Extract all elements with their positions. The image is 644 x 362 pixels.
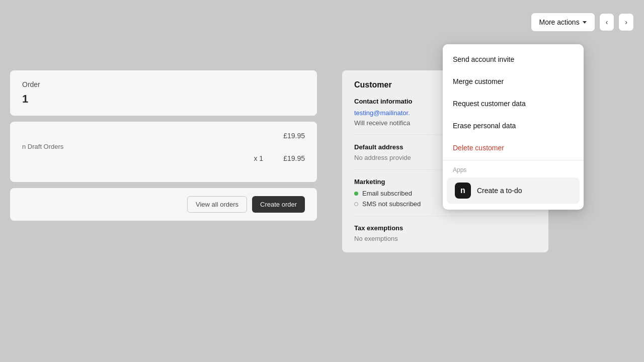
send-account-invite-label: Send account invite — [453, 55, 514, 63]
sms-not-subscribed-label: SMS not subscribed — [362, 200, 421, 208]
top-bar: More actions ‹ › — [0, 0, 644, 44]
qty-price-row: x 1 £19.95 — [22, 154, 305, 162]
order-title: Order — [22, 80, 40, 88]
create-todo-icon: n — [455, 183, 471, 199]
dropdown-menu: Send account invite Merge customer Reque… — [443, 44, 584, 210]
more-actions-button[interactable]: More actions — [531, 13, 595, 32]
apps-section-label: Apps — [443, 161, 584, 175]
tax-value: No exemptions — [354, 235, 536, 242]
price-row: £19.95 — [22, 132, 305, 140]
create-todo-label: Create a to-do — [477, 187, 522, 195]
sms-not-subscribed-dot — [354, 202, 358, 206]
card-actions: View all orders Create order — [10, 188, 317, 221]
delete-customer-item[interactable]: Delete customer — [443, 137, 584, 159]
tax-label: Tax exemptions — [354, 224, 536, 232]
qty-label: x 1 — [254, 154, 263, 162]
total-value: £19.95 — [283, 154, 305, 162]
order-number: 1 — [22, 93, 305, 106]
create-todo-item[interactable]: n Create a to-do — [447, 177, 580, 204]
next-button[interactable]: › — [618, 13, 634, 31]
merge-customer-label: Merge customer — [453, 77, 504, 85]
chevron-down-icon — [583, 21, 587, 24]
divider-3 — [354, 216, 536, 216]
prev-button[interactable]: ‹ — [599, 13, 615, 31]
email-subscribed-label: Email subscribed — [362, 190, 412, 197]
more-actions-label: More actions — [539, 18, 580, 26]
price-card: £19.95 n Draft Orders x 1 £19.95 — [10, 122, 317, 182]
erase-personal-data-item[interactable]: Erase personal data — [443, 115, 584, 137]
request-customer-data-label: Request customer data — [453, 100, 526, 108]
order-card-header: Order — [22, 80, 305, 88]
dropdown-divider — [443, 160, 584, 160]
view-all-orders-button[interactable]: View all orders — [187, 196, 247, 213]
email-subscribed-dot — [354, 192, 358, 196]
price-value: £19.95 — [283, 132, 305, 140]
draft-label: n Draft Orders — [22, 143, 305, 150]
email-link[interactable]: testing@mailinator. — [354, 109, 410, 117]
erase-personal-data-label: Erase personal data — [453, 122, 516, 130]
delete-customer-label: Delete customer — [453, 144, 504, 152]
send-account-invite-item[interactable]: Send account invite — [443, 48, 584, 70]
merge-customer-item[interactable]: Merge customer — [443, 70, 584, 93]
left-panel: Order 1 £19.95 n Draft Orders x 1 £19.95… — [0, 70, 327, 221]
create-order-button[interactable]: Create order — [252, 196, 305, 213]
order-card: Order 1 — [10, 70, 317, 116]
request-customer-data-item[interactable]: Request customer data — [443, 93, 584, 115]
